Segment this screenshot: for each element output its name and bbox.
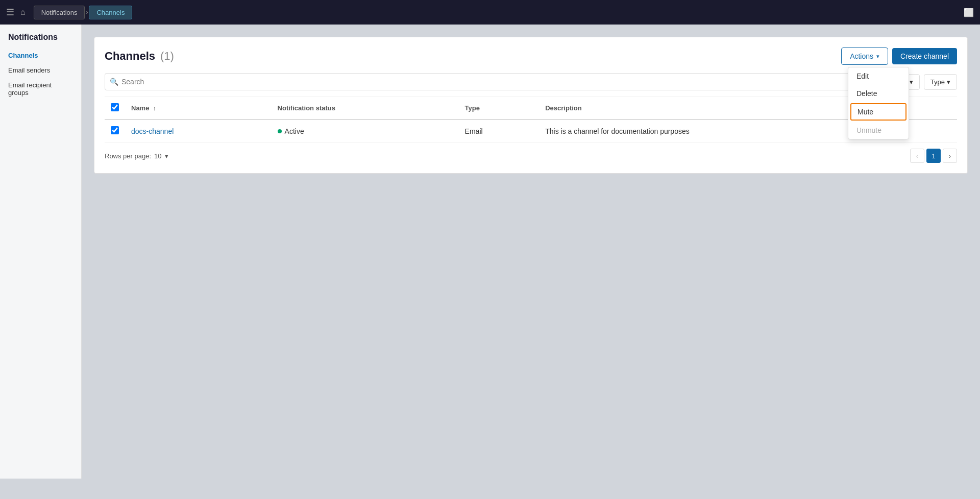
dropdown-item-delete[interactable]: Delete [848, 85, 909, 102]
monitor-icon[interactable]: ⬜ [964, 8, 974, 17]
next-page-button[interactable]: › [943, 149, 957, 163]
rows-per-page: Rows per page: 10 ▾ [105, 152, 168, 160]
panel-title-count: (1) [160, 50, 174, 62]
sort-icon: ↑ [153, 105, 156, 111]
breadcrumb-channels[interactable]: Channels [89, 6, 132, 19]
create-channel-button[interactable]: Create channel [892, 48, 957, 64]
channels-table: Name ↑ Notification status Type Descript… [105, 97, 957, 142]
table-header-row: Name ↑ Notification status Type Descript… [105, 97, 957, 120]
dropdown-item-edit[interactable]: Edit [848, 67, 909, 85]
breadcrumb-notifications[interactable]: Notifications [34, 6, 85, 19]
channel-name-link[interactable]: docs-channel [131, 127, 174, 135]
prev-page-button[interactable]: ‹ [910, 149, 924, 163]
status-filter-chevron: ▾ [910, 78, 913, 86]
search-wrapper: 🔍 [105, 73, 878, 90]
search-filter-row: 🔍 Status ▾ Type ▾ [105, 73, 957, 97]
row-checkbox[interactable] [111, 126, 119, 134]
actions-dropdown-menu: Edit Delete Mute Unmute [848, 67, 909, 139]
status-dot [278, 129, 282, 133]
select-all-checkbox[interactable] [111, 103, 119, 111]
hamburger-icon[interactable]: ☰ [6, 7, 14, 18]
select-all-header [105, 97, 125, 120]
sidebar: Notifications Channels Email senders Ema… [0, 25, 82, 479]
col-type: Type [459, 97, 540, 120]
sidebar-item-channels[interactable]: Channels [0, 48, 81, 63]
pagination: ‹ 1 › [910, 149, 957, 163]
dropdown-item-unmute: Unmute [848, 122, 909, 139]
actions-button-label: Actions [850, 52, 873, 60]
sidebar-title: Notifications [0, 33, 81, 48]
sidebar-item-email-senders[interactable]: Email senders [0, 63, 81, 78]
search-icon: 🔍 [110, 78, 118, 86]
chevron-down-icon: ▾ [876, 53, 879, 60]
dropdown-item-mute[interactable]: Mute [850, 103, 906, 121]
table-row: docs-channel Active Email This is a chan… [105, 120, 957, 142]
status-text: Active [285, 127, 304, 135]
search-input[interactable] [105, 73, 878, 90]
sidebar-item-email-recipient-groups[interactable]: Email recipient groups [0, 78, 81, 100]
rows-per-page-value: 10 [154, 152, 161, 160]
app-layout: Notifications Channels Email senders Ema… [0, 25, 980, 479]
actions-button[interactable]: Actions ▾ [841, 47, 888, 65]
status-badge: Active [278, 127, 304, 135]
panel-title: Channels (1) [105, 50, 174, 63]
page-1-button[interactable]: 1 [926, 149, 941, 163]
row-name-cell: docs-channel [125, 120, 272, 142]
top-navbar: ☰ ⌂ Notifications › Channels ⬜ [0, 0, 980, 25]
rows-per-page-chevron[interactable]: ▾ [165, 152, 168, 160]
col-notification-status: Notification status [272, 97, 459, 120]
row-type-cell: Email [459, 120, 540, 142]
type-filter-chevron: ▾ [947, 78, 950, 86]
col-name[interactable]: Name ↑ [125, 97, 272, 120]
row-checkbox-cell [105, 120, 125, 142]
home-icon[interactable]: ⌂ [20, 8, 26, 17]
type-filter-button[interactable]: Type ▾ [924, 74, 957, 90]
type-filter-label: Type [930, 78, 945, 86]
main-content: Channels (1) Actions ▾ Create channel Ed… [82, 25, 980, 479]
rows-per-page-label: Rows per page: [105, 152, 151, 160]
panel-title-text: Channels [105, 50, 155, 62]
row-status-cell: Active [272, 120, 459, 142]
table-footer: Rows per page: 10 ▾ ‹ 1 › [105, 149, 957, 163]
channels-panel: Channels (1) Actions ▾ Create channel Ed… [94, 37, 968, 174]
channels-table-container: Name ↑ Notification status Type Descript… [105, 97, 957, 142]
header-actions: Actions ▾ Create channel Edit Delete Mut… [841, 47, 957, 65]
panel-header: Channels (1) Actions ▾ Create channel Ed… [105, 47, 957, 65]
